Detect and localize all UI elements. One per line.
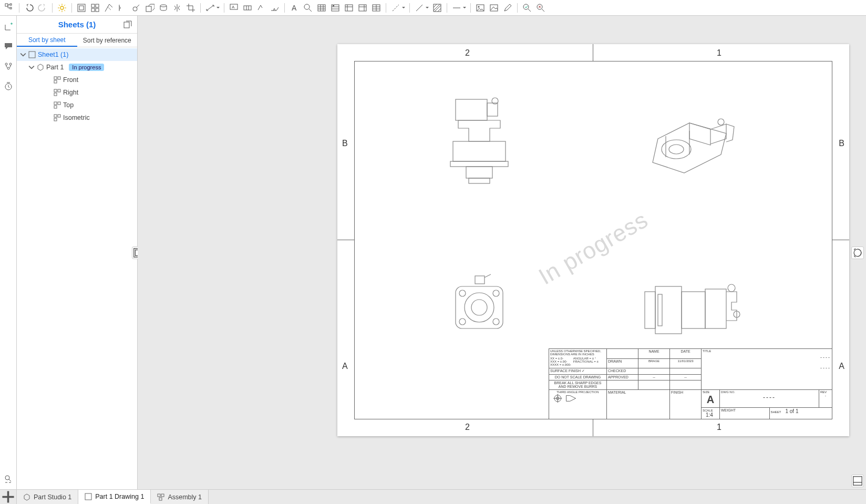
drawing-sheet[interactable]: 2 1 2 1 B B A A xyxy=(337,44,849,436)
tab-part-studio[interactable]: Part Studio 1 xyxy=(17,490,78,504)
picture-icon[interactable] xyxy=(488,2,500,14)
svg-rect-17 xyxy=(96,8,99,12)
crop-icon[interactable] xyxy=(184,2,197,14)
tb-finish: FINISH xyxy=(670,389,702,419)
edit-icon[interactable] xyxy=(501,2,514,14)
inspect-pass-icon[interactable] xyxy=(521,2,533,14)
zone-label: 1 xyxy=(717,48,721,58)
revolve-section-icon[interactable] xyxy=(157,2,170,14)
drawing-view-top[interactable] xyxy=(442,273,516,342)
chevron-down-icon[interactable] xyxy=(28,64,35,70)
tb-drawn-name: BRAGE xyxy=(638,358,670,368)
zone-label: B xyxy=(342,139,348,148)
magnify-icon[interactable] xyxy=(302,2,314,14)
mirror-view-icon[interactable] xyxy=(171,2,183,14)
tb-name-h: NAME xyxy=(638,349,670,359)
tb-dwg-v: ---- xyxy=(721,394,818,401)
note-icon[interactable]: A xyxy=(228,2,240,14)
add-tab-button[interactable] xyxy=(0,490,17,504)
break-view-icon[interactable] xyxy=(116,2,129,14)
tree-part-label: Part 1 xyxy=(46,64,64,71)
cut-list-icon[interactable] xyxy=(370,2,383,14)
feature-tree-icon[interactable] xyxy=(3,2,16,14)
tree-part[interactable]: Part 1 In progress xyxy=(17,61,137,74)
drawing-view-isometric[interactable] xyxy=(642,102,747,186)
tb-approved: APPROVED xyxy=(607,374,638,380)
zone-label: 1 xyxy=(717,423,721,432)
main-toolbar: A A xyxy=(0,0,866,16)
svg-rect-62 xyxy=(453,141,506,161)
centerline-icon[interactable] xyxy=(389,2,402,14)
svg-point-40 xyxy=(7,67,9,69)
tree-view-isometric[interactable]: Isometric xyxy=(17,111,137,124)
tree-sheet[interactable]: Sheet1 (1) xyxy=(17,48,137,61)
image-icon[interactable] xyxy=(474,2,487,14)
sort-by-reference-tab[interactable]: Sort by reference xyxy=(77,34,138,47)
versions-icon[interactable] xyxy=(2,60,15,73)
panel-header: Sheets (1) xyxy=(17,16,137,34)
table-icon[interactable] xyxy=(315,2,328,14)
detach-panel-icon[interactable] xyxy=(123,20,132,29)
tab-drawing[interactable]: Part 1 Drawing 1 xyxy=(78,490,151,504)
tree-view-top[interactable]: Top xyxy=(17,99,137,111)
svg-rect-2 xyxy=(10,7,12,9)
separator xyxy=(19,3,19,13)
search-tree-icon[interactable] xyxy=(2,472,15,485)
history-icon[interactable] xyxy=(2,80,15,92)
svg-rect-83 xyxy=(658,294,662,326)
revision-table-icon[interactable] xyxy=(356,2,369,14)
text-icon[interactable]: A xyxy=(288,2,301,14)
redo-icon[interactable] xyxy=(36,2,49,14)
svg-line-10 xyxy=(59,10,60,11)
insert-view-icon[interactable] xyxy=(75,2,88,14)
sort-by-sheet-tab[interactable]: Sort by sheet xyxy=(17,34,77,47)
bom-icon[interactable] xyxy=(343,2,355,14)
svg-point-38 xyxy=(5,63,7,65)
tree-view-front[interactable]: Front xyxy=(17,74,137,86)
line-icon[interactable] xyxy=(413,2,426,14)
geometric-tolerance-icon[interactable] xyxy=(241,2,254,14)
sheets-panel: Sheets (1) Sort by sheet Sort by referen… xyxy=(17,16,138,489)
tree-view-label: Front xyxy=(63,76,78,84)
status-badge: In progress xyxy=(69,64,104,71)
weld-icon[interactable] xyxy=(269,2,281,14)
separator xyxy=(284,3,285,13)
view-icon xyxy=(54,114,61,121)
four-views-icon[interactable] xyxy=(89,2,101,14)
svg-rect-54 xyxy=(54,115,57,117)
auxiliary-view-icon[interactable] xyxy=(143,2,156,14)
line-style-icon[interactable] xyxy=(450,2,463,14)
gear-icon[interactable] xyxy=(56,2,68,14)
drawing-canvas[interactable]: 2 1 2 1 B B A A xyxy=(138,16,866,489)
title-block[interactable]: UNLESS OTHERWISE SPECIFIED, DIMENSIONS A… xyxy=(549,348,832,419)
surface-finish-icon[interactable] xyxy=(255,2,267,14)
hole-table-icon[interactable] xyxy=(329,2,342,14)
tb-weight-h: WEIGHT xyxy=(720,407,770,419)
drawing-view-right[interactable] xyxy=(642,279,742,342)
document-tabs: Part Studio 1 Part 1 Drawing 1 Assembly … xyxy=(0,489,866,504)
svg-rect-13 xyxy=(79,6,84,10)
svg-point-73 xyxy=(493,290,499,296)
zone-label: 2 xyxy=(465,48,470,58)
detail-view-icon[interactable] xyxy=(130,2,142,14)
svg-rect-29 xyxy=(345,5,353,11)
inspect-fail-icon[interactable] xyxy=(534,2,547,14)
svg-rect-53 xyxy=(54,106,57,108)
add-view-icon[interactable] xyxy=(2,20,15,33)
tree-view-right[interactable]: Right xyxy=(17,86,137,99)
chevron-down-icon[interactable] xyxy=(20,52,26,58)
sort-tabs: Sort by sheet Sort by reference xyxy=(17,34,137,47)
chat-icon[interactable] xyxy=(2,40,15,53)
dimension-icon[interactable] xyxy=(204,2,217,14)
tab-assembly[interactable]: Assembly 1 xyxy=(151,490,209,504)
hatch-icon[interactable] xyxy=(431,2,444,14)
svg-line-8 xyxy=(59,5,60,6)
undo-icon[interactable] xyxy=(23,2,35,14)
drawing-view-front[interactable] xyxy=(442,97,516,186)
left-rail xyxy=(0,16,17,489)
section-view-icon[interactable] xyxy=(102,2,115,14)
assembly-icon xyxy=(157,493,164,501)
right-panel-toggle-icon[interactable] xyxy=(851,246,864,259)
projection-symbol-icon xyxy=(550,394,587,403)
bottom-panel-toggle-icon[interactable] xyxy=(851,475,864,487)
